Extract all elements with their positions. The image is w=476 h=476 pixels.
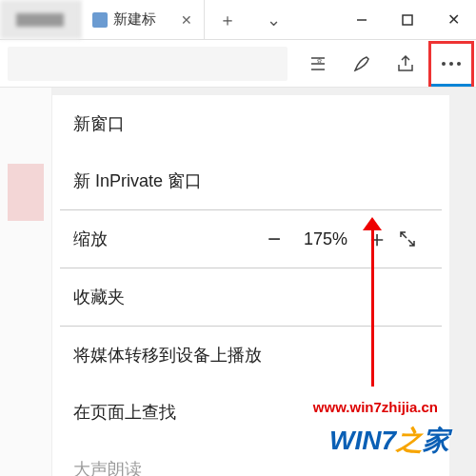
fullscreen-icon [398,229,417,248]
tab-previous[interactable] [0,0,81,39]
plus-icon: ＋ [219,9,236,31]
star-list-icon [307,53,328,74]
share-icon [395,53,416,74]
menu-new-inprivate-label: 新 InPrivate 窗口 [73,169,202,192]
notes-button[interactable] [341,42,383,86]
zoom-value: 175% [295,229,356,249]
tab-favicon [92,12,108,28]
menu-zoom-row: 缩放 − 175% ＋ [52,210,449,268]
titlebar: 新建标 ✕ ＋ ⌄ ✕ [0,0,476,40]
reading-list-button[interactable] [297,42,339,86]
address-input[interactable] [8,47,288,81]
zoom-label: 缩放 [73,228,108,250]
page-background [0,88,52,476]
menu-new-window[interactable]: 新窗口 [52,95,449,152]
minus-icon: − [268,226,281,251]
settings-menu: 新窗口 新 InPrivate 窗口 缩放 − 175% ＋ 收藏夹 将媒体转移… [52,95,449,476]
tab-actions-button[interactable]: ⌄ [250,0,296,39]
toolbar [0,40,476,88]
menu-find-label: 在页面上查找 [73,401,176,424]
svg-point-3 [449,62,453,66]
menu-favorites[interactable]: 收藏夹 [52,268,449,326]
menu-new-inprivate[interactable]: 新 InPrivate 窗口 [52,152,449,209]
tab-close-icon[interactable]: ✕ [181,12,192,28]
close-icon: ✕ [447,10,460,29]
menu-read-aloud-label: 大声朗读 [73,458,142,476]
menu-favorites-label: 收藏夹 [73,286,125,308]
close-window-button[interactable]: ✕ [430,0,476,39]
menu-new-window-label: 新窗口 [73,112,125,135]
tab-current[interactable]: 新建标 ✕ [81,0,205,39]
maximize-button[interactable] [385,0,430,39]
new-tab-button[interactable]: ＋ [205,0,250,39]
pen-icon [351,53,372,74]
maximize-icon [402,14,413,26]
more-icon [441,61,462,67]
tab-title: 新建标 [113,10,156,29]
more-menu-button[interactable] [428,41,474,87]
menu-cast-label: 将媒体转移到设备上播放 [73,344,262,367]
svg-point-4 [457,62,461,66]
share-button[interactable] [385,42,426,86]
minimize-button[interactable] [339,0,385,39]
svg-point-2 [442,62,446,66]
minimize-icon [356,14,367,26]
watermark-url: www.win7zhijia.cn [313,399,438,415]
menu-cast[interactable]: 将媒体转移到设备上播放 [52,327,449,384]
chevron-down-icon: ⌄ [267,10,281,30]
annotation-arrow [371,227,374,387]
watermark-logo: WIN7之家 [329,423,449,459]
fullscreen-button[interactable] [398,229,440,248]
zoom-out-button[interactable]: − [253,226,295,252]
annotation-arrow-head [363,217,382,230]
svg-rect-1 [403,15,412,25]
